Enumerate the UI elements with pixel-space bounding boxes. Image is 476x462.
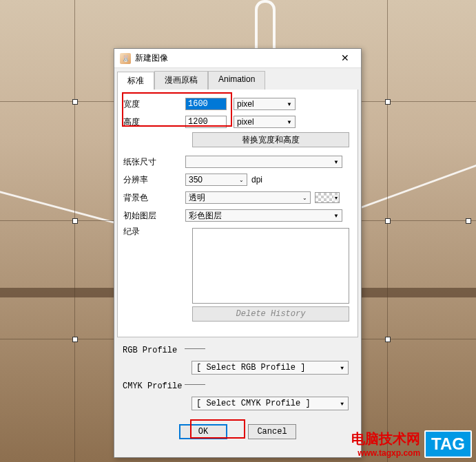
rgb-profile-value: [ Select RGB Profile ] (196, 363, 305, 372)
cmyk-profile-label: CMYK Profile (123, 381, 185, 391)
dpi-value: 350 (189, 175, 203, 185)
watermark-title: 电脑技术网 (351, 430, 420, 448)
height-row: 高度 pixel ▼ (123, 114, 352, 129)
close-button[interactable]: ✕ (335, 52, 355, 65)
app-icon: 🐰 (120, 53, 131, 64)
width-row: 宽度 pixel ▼ (123, 96, 352, 112)
paper-size-dropdown[interactable]: ▼ (185, 156, 342, 168)
dpi-label: 分辨率 (123, 174, 185, 186)
paper-size-label: 纸张尺寸 (123, 156, 185, 168)
chevron-down-icon: ⌄ (239, 177, 244, 183)
transform-handle[interactable] (385, 99, 391, 105)
rgb-profile-label: RGB Profile (123, 346, 185, 355)
bgcolor-value: 透明 (189, 192, 205, 204)
tab-panel-standard: 宽度 pixel ▼ 高度 pixel ▼ 替换宽度和高度 纸张尺寸 ▼ (117, 90, 358, 337)
width-unit-value: pixel (237, 99, 254, 109)
divider (185, 348, 205, 349)
width-input[interactable] (185, 98, 227, 110)
transform-handle[interactable] (72, 337, 78, 342)
init-layer-dropdown[interactable]: 彩色图层 ▼ (185, 209, 342, 222)
paper-size-row: 纸张尺寸 ▼ (123, 154, 352, 169)
chevron-down-icon: ▼ (333, 213, 339, 219)
chevron-down-icon: ▼ (287, 119, 292, 125)
bgcolor-row: 背景色 透明 ⌄ ▾ (123, 190, 352, 205)
cmyk-profile-value: [ Select CMYK Profile ] (196, 399, 311, 408)
width-label: 宽度 (123, 98, 185, 110)
height-unit-value: pixel (237, 117, 254, 127)
divider (185, 384, 205, 385)
dialog-buttons: OK Cancel (114, 420, 361, 446)
height-input[interactable] (185, 116, 227, 128)
width-unit-dropdown[interactable]: pixel ▼ (234, 98, 296, 110)
chevron-down-icon: ⌄ (302, 195, 307, 201)
tab-standard[interactable]: 标准 (117, 72, 154, 90)
dpi-row: 分辨率 350 ⌄ dpi (123, 172, 352, 187)
init-layer-value: 彩色图层 (189, 210, 222, 222)
dialog-title: 新建图像 (135, 52, 335, 64)
cmyk-profile-dropdown[interactable]: [ Select CMYK Profile ] ▼ (192, 397, 349, 410)
transform-handle[interactable] (72, 99, 78, 105)
init-layer-row: 初始图层 彩色图层 ▼ (123, 208, 352, 223)
height-label: 高度 (123, 116, 185, 128)
delete-history-button: Delete History (192, 306, 349, 322)
history-label: 纪录 (123, 226, 185, 238)
chevron-down-icon: ▼ (340, 401, 344, 407)
grid-line (74, 0, 75, 462)
watermark-tag: TAG (424, 430, 472, 458)
watermark: 电脑技术网 www.tagxp.com TAG (351, 430, 472, 458)
profiles-section: RGB Profile [ Select RGB Profile ] ▼ CMY… (114, 337, 361, 420)
transform-handle[interactable] (385, 218, 391, 224)
watermark-text: 电脑技术网 www.tagxp.com (351, 430, 420, 458)
bgcolor-dropdown[interactable]: 透明 ⌄ (185, 191, 311, 204)
cancel-button[interactable]: Cancel (248, 424, 296, 439)
bridge-cable-right (359, 165, 476, 290)
dpi-unit: dpi (251, 175, 262, 185)
bgcolor-label: 背景色 (123, 192, 185, 204)
transform-handle[interactable] (72, 218, 78, 224)
init-layer-label: 初始图层 (123, 210, 185, 222)
rgb-profile-row: RGB Profile (123, 346, 353, 355)
titlebar[interactable]: 🐰 新建图像 ✕ (114, 49, 361, 68)
ok-button[interactable]: OK (179, 424, 227, 439)
watermark-url: www.tagxp.com (351, 448, 420, 458)
chevron-down-icon: ▼ (333, 159, 339, 165)
bridge-tower-arch (255, 0, 276, 55)
tab-bar: 标准 漫画原稿 Animation (114, 68, 361, 90)
dpi-dropdown[interactable]: 350 ⌄ (185, 174, 247, 186)
swap-width-height-button[interactable]: 替换宽度和高度 (192, 132, 349, 147)
bgcolor-swatch[interactable]: ▾ (315, 192, 340, 203)
chevron-down-icon: ▼ (287, 101, 292, 107)
transform-handle[interactable] (466, 218, 471, 224)
chevron-down-icon: ▾ (333, 195, 339, 201)
chevron-down-icon: ▼ (340, 365, 344, 371)
new-image-dialog: 🐰 新建图像 ✕ 标准 漫画原稿 Animation 宽度 pixel ▼ 高度… (114, 48, 362, 458)
height-unit-dropdown[interactable]: pixel ▼ (234, 116, 296, 128)
transform-handle[interactable] (385, 337, 391, 342)
cmyk-profile-row: CMYK Profile (123, 381, 353, 391)
history-list[interactable] (192, 228, 349, 304)
grid-line (387, 0, 388, 462)
rgb-profile-dropdown[interactable]: [ Select RGB Profile ] ▼ (192, 361, 349, 375)
tab-animation[interactable]: Animation (208, 71, 265, 90)
tab-manga[interactable]: 漫画原稿 (154, 71, 208, 90)
